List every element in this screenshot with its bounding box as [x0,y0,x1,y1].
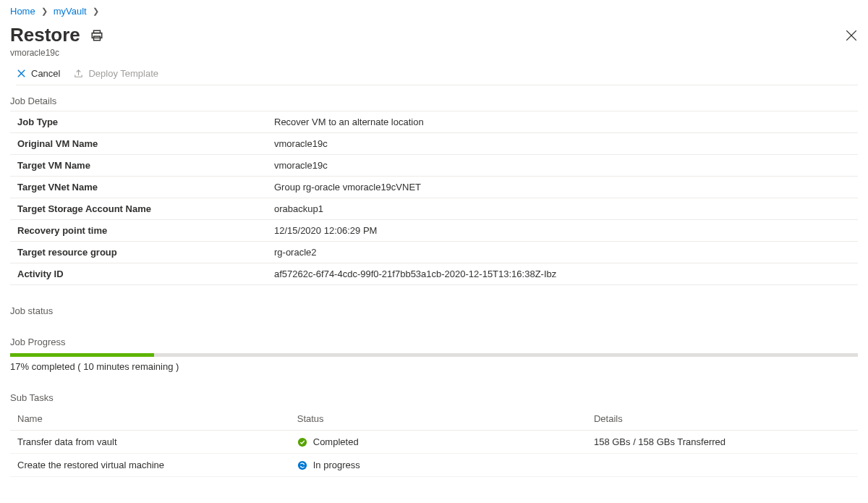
detail-value: af57262c-6f74-4cdc-99f0-21f7bb53a1cb-202… [274,269,556,279]
detail-key: Activity ID [17,269,274,279]
col-details-header[interactable]: Details [587,407,858,431]
job-progress-heading: Job Progress [10,337,858,347]
detail-key: Target resource group [17,247,274,258]
sync-icon [297,460,307,470]
detail-value: vmoracle19c [274,138,328,149]
status-text: Completed [313,436,359,447]
close-icon[interactable] [845,29,858,42]
detail-row: Target Storage Account Name orabackup1 [10,198,858,220]
job-details-heading: Job Details [10,96,858,106]
svg-point-8 [298,460,307,469]
progress-bar [10,353,858,357]
cancel-button[interactable]: Cancel [16,68,60,79]
detail-row: Job Type Recover VM to an alternate loca… [10,111,858,133]
detail-key: Recovery point time [17,225,274,236]
print-icon[interactable] [90,29,103,42]
breadcrumb: Home ❯ myVault ❯ [10,3,858,24]
detail-key: Original VM Name [17,138,274,149]
page-subtitle: vmoracle19c [10,48,858,58]
status-cell: In progress [297,460,579,470]
toolbar: Cancel Deploy Template [16,58,858,85]
table-row: Transfer data from vault Completed 158 G… [10,431,858,454]
subtask-details: 158 GBs / 158 GBs Transferred [587,431,858,454]
progress-fill [10,353,154,357]
subtasks-table: Name Status Details Transfer data from v… [10,407,858,477]
col-name-header[interactable]: Name [10,407,290,431]
progress-text: 17% completed ( 10 minutes remaining ) [10,361,858,372]
detail-row: Target VNet Name Group rg-oracle vmoracl… [10,177,858,198]
svg-point-7 [298,437,307,446]
detail-key: Target VNet Name [17,182,274,193]
col-status-header[interactable]: Status [290,407,587,431]
detail-row: Recovery point time 12/15/2020 12:06:29 … [10,220,858,242]
detail-row: Original VM Name vmoracle19c [10,133,858,155]
cancel-label: Cancel [31,68,60,79]
subtask-name: Create the restored virtual machine [10,454,290,477]
job-details-grid: Job Type Recover VM to an alternate loca… [10,111,858,285]
detail-key: Target VM Name [17,160,274,171]
check-circle-icon [297,437,307,447]
subtask-name: Transfer data from vault [10,431,290,454]
detail-value: orabackup1 [274,203,323,214]
subtasks-heading: Sub Tasks [10,392,858,403]
status-cell: Completed [297,436,579,447]
detail-key: Target Storage Account Name [17,203,274,214]
detail-value: vmoracle19c [274,160,328,171]
progress-wrap: 17% completed ( 10 minutes remaining ) [10,353,858,372]
page-title: Restore [10,24,80,46]
title-row: Restore [10,24,858,46]
detail-key: Job Type [17,117,274,127]
deploy-label: Deploy Template [88,68,158,79]
detail-row: Target resource group rg-oracle2 [10,242,858,263]
detail-value: Group rg-oracle vmoracle19cVNET [274,182,421,193]
chevron-right-icon: ❯ [41,7,48,16]
subtask-details [587,454,858,477]
deploy-template-button: Deploy Template [73,68,158,79]
title-left: Restore [10,24,103,46]
chevron-right-icon: ❯ [93,7,99,16]
job-status-heading: Job status [10,305,858,316]
status-text: In progress [313,460,360,470]
detail-value: 12/15/2020 12:06:29 PM [274,225,377,236]
table-row: Create the restored virtual machine In p… [10,454,858,477]
detail-row: Target VM Name vmoracle19c [10,155,858,177]
detail-row: Activity ID af57262c-6f74-4cdc-99f0-21f7… [10,263,858,285]
breadcrumb-vault[interactable]: myVault [54,6,87,17]
detail-value: Recover VM to an alternate location [274,117,424,127]
breadcrumb-home[interactable]: Home [10,6,35,17]
detail-value: rg-oracle2 [274,247,317,258]
